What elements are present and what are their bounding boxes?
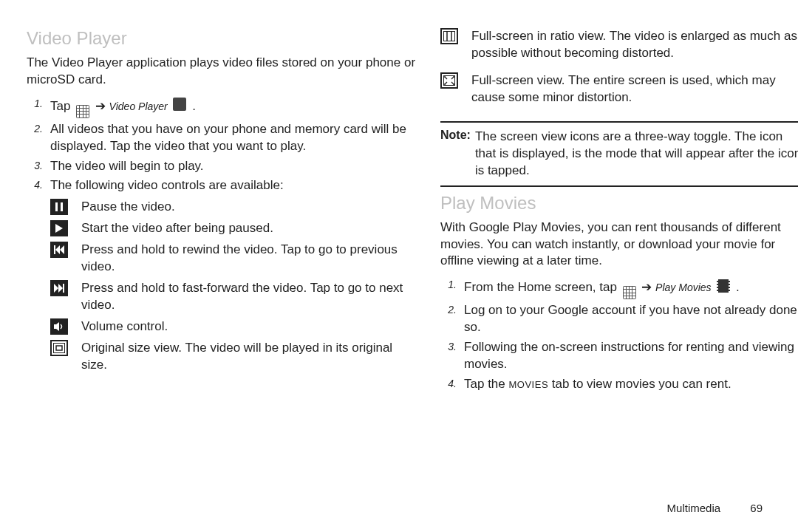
- note-label: Note:: [440, 129, 471, 142]
- control-desc: Full-screen in ratio view. The video is …: [471, 28, 798, 62]
- section-title-play-movies: Play Movies: [440, 193, 798, 214]
- step-text: The video will begin to play.: [50, 158, 418, 175]
- movies-tab-label: MOVIES: [509, 379, 549, 390]
- fullscreen-ratio-icon: [440, 28, 458, 44]
- svg-rect-0: [55, 202, 58, 211]
- divider: [440, 185, 798, 187]
- svg-point-15: [444, 76, 446, 78]
- play-movies-intro: With Google Play Movies, you can rent th…: [440, 219, 798, 270]
- footer-section: Multimedia: [667, 502, 721, 514]
- control-fullscreen-ratio: Full-screen in ratio view. The video is …: [440, 28, 798, 62]
- step-text: Log on to your Google account if you hav…: [464, 302, 798, 336]
- divider: [440, 121, 798, 123]
- control-play: Start the video after being paused.: [50, 220, 418, 237]
- svg-point-18: [453, 83, 454, 85]
- svg-point-17: [444, 83, 446, 85]
- list-item: 4. The following video controls are avai…: [27, 177, 418, 194]
- svg-point-16: [453, 76, 454, 78]
- control-desc: Start the video after being paused.: [81, 220, 418, 237]
- list-item: 1. Tap ➔ Video Player .: [27, 96, 418, 118]
- play-movies-steps: 1. From the Home screen, tap ➔ Play Movi…: [440, 277, 798, 392]
- note-block: Note: The screen view icons are a three-…: [440, 129, 798, 180]
- step-text: The following video controls are availab…: [50, 177, 418, 194]
- control-desc: Press and hold to rewind the video. Tap …: [81, 242, 418, 276]
- list-item: 3. Following the on-screen instructions …: [440, 339, 798, 373]
- app-label-video-player: Video Player: [109, 100, 168, 112]
- svg-rect-3: [54, 245, 55, 254]
- pm-step1-post: .: [736, 281, 740, 295]
- step-number: 2.: [27, 121, 43, 134]
- page-footer: Multimedia 69: [667, 502, 763, 514]
- volume-icon: [50, 318, 68, 335]
- step-text: Following the on-screen instructions for…: [464, 339, 798, 373]
- fast-forward-icon: [50, 280, 68, 296]
- control-volume: Volume control.: [50, 318, 418, 335]
- control-desc: Pause the video.: [81, 199, 418, 216]
- step-number: 3.: [440, 339, 457, 352]
- apps-icon: [623, 277, 636, 299]
- svg-rect-13: [447, 31, 451, 41]
- pm-step4-post: tab to view movies you can rent.: [548, 377, 732, 391]
- step-number: 4.: [440, 376, 457, 389]
- pm-step1-pre: From the Home screen, tap: [464, 281, 617, 295]
- video-player-app-icon: [173, 98, 186, 116]
- svg-marker-9: [54, 322, 59, 331]
- list-item: 2. All videos that you have on your phon…: [27, 121, 418, 155]
- step-text: From the Home screen, tap ➔ Play Movies …: [464, 277, 798, 299]
- section-title-video-player: Video Player: [27, 28, 418, 49]
- step-number: 1.: [440, 277, 457, 290]
- apps-icon: [76, 96, 89, 118]
- svg-rect-11: [56, 346, 62, 350]
- control-fast-forward: Press and hold to fast-forward the video…: [50, 280, 418, 314]
- svg-rect-10: [53, 343, 65, 353]
- step1-post: .: [192, 99, 196, 113]
- footer-page-number: 69: [750, 502, 763, 514]
- rewind-icon: [50, 242, 68, 258]
- control-fullscreen: Full-screen view. The entire screen is u…: [440, 72, 798, 106]
- svg-rect-8: [63, 284, 64, 293]
- play-icon: [50, 220, 68, 236]
- original-size-icon: [50, 340, 68, 356]
- list-item: 4. Tap the MOVIES tab to view movies you…: [440, 376, 798, 393]
- control-pause: Pause the video.: [50, 199, 418, 216]
- video-player-intro: The Video Player application plays video…: [27, 55, 418, 89]
- list-item: 3. The video will begin to play.: [27, 158, 418, 175]
- step-number: 3.: [27, 158, 43, 171]
- control-original-size: Original size view. The video will be pl…: [50, 340, 418, 374]
- control-desc: Original size view. The video will be pl…: [81, 340, 418, 374]
- manual-page: Video Player The Video Player applicatio…: [0, 0, 798, 532]
- app-label-play-movies: Play Movies: [655, 282, 711, 294]
- step-text: All videos that you have on your phone a…: [50, 121, 418, 155]
- video-controls-list: Pause the video. Start the video after b…: [50, 199, 418, 373]
- control-desc: Full-screen view. The entire screen is u…: [471, 72, 798, 106]
- left-column: Video Player The Video Player applicatio…: [27, 24, 418, 378]
- svg-marker-6: [54, 284, 58, 293]
- control-desc: Press and hold to fast-forward the video…: [81, 280, 418, 314]
- step-text: Tap ➔ Video Player .: [50, 96, 418, 118]
- pm-step4-pre: Tap the: [464, 377, 509, 391]
- svg-marker-2: [55, 224, 63, 233]
- pause-icon: [50, 199, 68, 215]
- right-column: Full-screen in ratio view. The video is …: [440, 24, 798, 396]
- step-number: 1.: [27, 96, 43, 109]
- svg-rect-12: [443, 31, 455, 41]
- svg-rect-1: [61, 202, 63, 211]
- play-movies-app-icon: [717, 279, 730, 298]
- step-number: 4.: [27, 177, 43, 191]
- video-player-steps: 1. Tap ➔ Video Player . 2. All videos th…: [27, 96, 418, 195]
- svg-marker-5: [60, 245, 64, 254]
- step1-pre: Tap: [50, 99, 70, 113]
- list-item: 2. Log on to your Google account if you …: [440, 302, 798, 336]
- step-number: 2.: [440, 302, 457, 316]
- note-text: The screen view icons are a three-way to…: [475, 129, 798, 180]
- control-desc: Volume control.: [81, 318, 418, 335]
- step-text: Tap the MOVIES tab to view movies you ca…: [464, 376, 798, 393]
- fullscreen-icon: [440, 72, 458, 89]
- svg-marker-4: [55, 245, 60, 254]
- control-rewind: Press and hold to rewind the video. Tap …: [50, 242, 418, 276]
- list-item: 1. From the Home screen, tap ➔ Play Movi…: [440, 277, 798, 299]
- svg-marker-7: [58, 284, 63, 293]
